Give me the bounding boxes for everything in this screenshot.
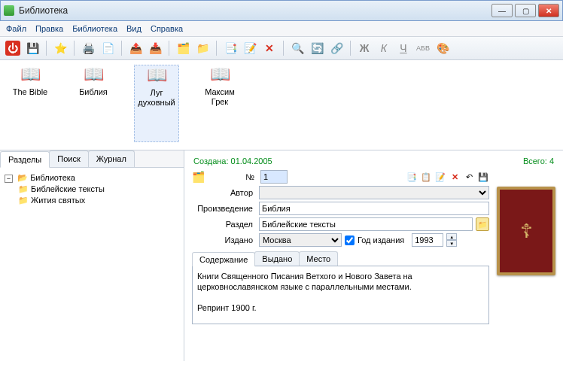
- refresh-button[interactable]: 🔄: [309, 40, 325, 56]
- delete-button[interactable]: ✕: [261, 40, 278, 56]
- link-button[interactable]: 🔗: [328, 40, 345, 56]
- menu-edit[interactable]: Правка: [35, 24, 63, 33]
- app-icon: [4, 5, 14, 16]
- import-button[interactable]: 📥: [147, 40, 163, 56]
- print-button[interactable]: 🖨️: [80, 40, 96, 56]
- menu-library[interactable]: Библиотека: [72, 24, 117, 33]
- close-button[interactable]: ✕: [538, 4, 559, 17]
- shelf-label: Библия: [71, 87, 116, 97]
- subtab-issued[interactable]: Выдано: [254, 251, 300, 266]
- export-button[interactable]: 📤: [127, 40, 144, 56]
- record-toolbar: 📑 📋 📝 ✕ ↶ 💾: [406, 171, 489, 183]
- tab-search[interactable]: Поиск: [49, 150, 88, 167]
- tree-node-lives[interactable]: 📁 Жития святых: [18, 195, 179, 206]
- detail-sub-tabs: Содержание Выдано Место: [192, 251, 489, 266]
- add-button[interactable]: 📑: [222, 40, 239, 56]
- record-form: 🗂️ № 📑 📋 📝 ✕ ↶ 💾 Автор: [192, 170, 489, 324]
- titlebar: Библиотека — ▢ ✕: [0, 0, 563, 21]
- lower-pane: Разделы Поиск Журнал − 📂 Библиотека 📁 Би…: [0, 150, 563, 361]
- work-label: Произведение: [192, 204, 256, 213]
- sections-tree: − 📂 Библиотека 📁 Библейские тексты 📁 Жит…: [0, 168, 184, 361]
- shelf-item-the-bible[interactable]: 📖 The Bible: [8, 65, 53, 142]
- bold-button[interactable]: Ж: [356, 40, 373, 56]
- rec-undo-icon[interactable]: ↶: [463, 171, 475, 183]
- tab-journal[interactable]: Журнал: [88, 150, 135, 167]
- edit-button[interactable]: 📝: [242, 40, 258, 56]
- subtab-place[interactable]: Место: [299, 251, 338, 266]
- num-label: №: [212, 172, 257, 181]
- minimize-button[interactable]: —: [491, 4, 513, 17]
- window-buttons: — ▢ ✕: [491, 4, 559, 17]
- favorite-button[interactable]: ⭐: [52, 40, 68, 56]
- menu-file[interactable]: Файл: [6, 24, 26, 33]
- info-bar: Создана: 01.04.2005 Всего: 4: [192, 156, 555, 166]
- book-cover: ☦: [497, 187, 555, 275]
- num-input[interactable]: [260, 170, 288, 184]
- year-input[interactable]: [412, 233, 443, 247]
- shelf-item-maksim[interactable]: 📖 Максим Грек: [197, 65, 242, 142]
- shelf-label: Максим Грек: [197, 87, 242, 107]
- shelf-label: Луг духовный: [135, 88, 178, 108]
- section-input[interactable]: [259, 217, 473, 231]
- expand-icon[interactable]: −: [5, 175, 13, 183]
- left-panel: Разделы Поиск Журнал − 📂 Библиотека 📁 Би…: [0, 150, 184, 361]
- shelf-item-lug[interactable]: 📖 Луг духовный: [134, 65, 179, 142]
- italic-button[interactable]: К: [376, 40, 392, 56]
- spellcheck-button[interactable]: АБВ: [415, 40, 431, 56]
- window-title: Библиотека: [19, 5, 491, 16]
- maximize-button[interactable]: ▢: [515, 4, 536, 17]
- rec-save-icon[interactable]: 💾: [477, 171, 489, 183]
- save-button[interactable]: 💾: [24, 40, 41, 56]
- section-label: Раздел: [192, 220, 256, 229]
- folder-button[interactable]: 📁: [194, 40, 211, 56]
- year-check-label: Год издания: [358, 236, 404, 245]
- work-input[interactable]: [259, 202, 489, 215]
- book-icon: 📖: [8, 65, 53, 84]
- book-icon: 📖: [135, 65, 178, 85]
- menu-help[interactable]: Справка: [151, 24, 183, 33]
- card-button[interactable]: 🗂️: [175, 40, 191, 56]
- tab-sections[interactable]: Разделы: [0, 151, 50, 168]
- book-shelf: 📖 The Bible 📖 Библия 📖 Луг духовный 📖 Ма…: [0, 60, 563, 150]
- power-button[interactable]: ⏻: [5, 40, 21, 56]
- folder-icon: 📂: [17, 173, 28, 182]
- book-icon: 📖: [197, 65, 242, 84]
- section-browse-button[interactable]: 📁: [476, 217, 489, 231]
- rec-add-icon[interactable]: 📑: [406, 171, 418, 183]
- left-tabs: Разделы Поиск Журнал: [0, 150, 184, 168]
- record-icon: 🗂️: [192, 171, 205, 183]
- author-label: Автор: [192, 188, 256, 197]
- color-button[interactable]: 🎨: [434, 40, 451, 56]
- rec-delete-icon[interactable]: ✕: [449, 171, 461, 183]
- description-text[interactable]: Книги Священного Писания Ветхого и Новог…: [192, 266, 489, 324]
- published-label: Издано: [192, 236, 256, 245]
- tree-label: Библейские тексты: [31, 184, 105, 193]
- main-toolbar: ⏻ 💾 ⭐ 🖨️ 📄 📤 📥 🗂️ 📁 📑 📝 ✕ 🔍 🔄 🔗 Ж К Ч АБ…: [0, 37, 563, 60]
- author-select[interactable]: [259, 186, 489, 199]
- tree-node-biblical[interactable]: 📁 Библейские тексты: [18, 184, 179, 195]
- menubar: Файл Правка Библиотека Вид Справка: [0, 21, 563, 37]
- print-preview-button[interactable]: 📄: [99, 40, 116, 56]
- published-select[interactable]: Москва: [259, 233, 342, 247]
- year-spinner[interactable]: ▲▼: [446, 233, 457, 247]
- search-button[interactable]: 🔍: [289, 40, 306, 56]
- shelf-label: The Bible: [8, 87, 53, 97]
- menu-view[interactable]: Вид: [126, 24, 142, 33]
- total-info: Всего: 4: [523, 156, 554, 166]
- tree-root[interactable]: − 📂 Библиотека: [5, 172, 179, 184]
- underline-button[interactable]: Ч: [395, 40, 412, 56]
- tree-label: Жития святых: [31, 196, 85, 205]
- rec-edit-icon[interactable]: 📝: [434, 171, 446, 183]
- year-checkbox[interactable]: [345, 236, 355, 245]
- shelf-item-biblia[interactable]: 📖 Библия: [71, 65, 116, 142]
- subtab-content[interactable]: Содержание: [192, 252, 255, 266]
- created-info: Создана: 01.04.2005: [193, 156, 272, 166]
- folder-icon: 📁: [18, 196, 29, 205]
- detail-panel: Создана: 01.04.2005 Всего: 4 🗂️ № 📑 📋 📝 …: [184, 150, 563, 361]
- tree-label: Библиотека: [30, 173, 75, 182]
- rec-copy-icon[interactable]: 📋: [420, 171, 432, 183]
- folder-icon: 📁: [18, 184, 29, 193]
- book-icon: 📖: [71, 65, 116, 84]
